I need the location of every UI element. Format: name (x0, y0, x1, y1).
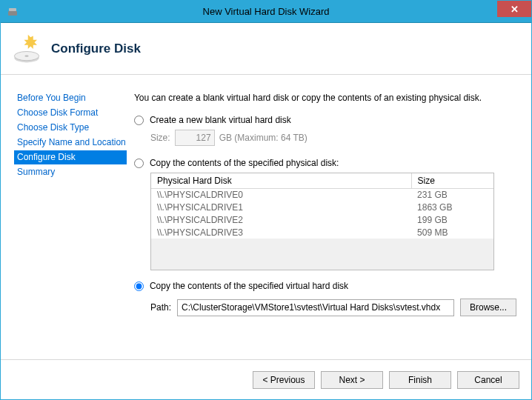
window-title: New Virtual Hard Disk Wizard (1, 6, 531, 17)
path-row: Path: Browse... (150, 299, 516, 316)
cell-size: 231 GB (411, 188, 493, 201)
disk-icon (11, 33, 42, 64)
wizard-footer: < Previous Next > Finish Cancel (1, 359, 531, 399)
sidebar-item-configure-disk[interactable]: Configure Disk (14, 150, 127, 164)
size-label: Size: (150, 133, 170, 143)
size-row: Size: GB (Maximum: 64 TB) (150, 130, 516, 146)
finish-button[interactable]: Finish (389, 371, 451, 389)
sidebar-item-choose-disk-format[interactable]: Choose Disk Format (14, 106, 127, 120)
content-description: You can create a blank virtual hard disk… (134, 93, 516, 103)
option-create-blank[interactable]: Create a new blank virtual hard disk (134, 115, 516, 125)
option-copy-physical-label: Copy the contents of the specified physi… (150, 158, 339, 168)
col-header-disk[interactable]: Physical Hard Disk (151, 173, 411, 188)
sidebar-item-summary[interactable]: Summary (14, 165, 127, 179)
option-create-blank-label: Create a new blank virtual hard disk (150, 115, 291, 125)
sidebar-item-choose-disk-type[interactable]: Choose Disk Type (14, 121, 127, 135)
size-suffix: GB (Maximum: 64 TB) (219, 133, 307, 143)
size-input (175, 130, 215, 146)
close-button[interactable]: ✕ (497, 1, 531, 17)
option-copy-physical[interactable]: Copy the contents of the specified physi… (134, 158, 516, 168)
physical-disk-table-wrap: Physical Hard Disk Size \\.\PHYSICALDRIV… (150, 173, 494, 270)
wizard-window: New Virtual Hard Disk Wizard ✕ Configure… (0, 0, 532, 400)
col-header-size[interactable]: Size (411, 173, 493, 188)
cell-disk: \\.\PHYSICALDRIVE2 (151, 213, 411, 226)
sidebar-item-specify-name-location[interactable]: Specify Name and Location (14, 136, 127, 150)
close-icon: ✕ (511, 4, 519, 15)
table-row[interactable]: \\.\PHYSICALDRIVE3 509 MB (151, 226, 493, 239)
sidebar-item-before-you-begin[interactable]: Before You Begin (14, 91, 127, 105)
radio-copy-physical[interactable] (134, 159, 144, 168)
cell-disk: \\.\PHYSICALDRIVE0 (151, 188, 411, 201)
titlebar: New Virtual Hard Disk Wizard ✕ (1, 1, 531, 23)
wizard-sidebar: Before You Begin Choose Disk Format Choo… (1, 75, 127, 359)
table-row[interactable]: \\.\PHYSICALDRIVE0 231 GB (151, 188, 493, 201)
radio-copy-virtual[interactable] (134, 281, 144, 291)
physical-disk-table[interactable]: Physical Hard Disk Size \\.\PHYSICALDRIV… (151, 173, 493, 239)
option-copy-virtual-label: Copy the contents of the specified virtu… (150, 281, 348, 291)
cell-size: 199 GB (411, 213, 493, 226)
option-copy-virtual[interactable]: Copy the contents of the specified virtu… (134, 281, 516, 291)
path-input[interactable] (177, 299, 454, 316)
previous-button[interactable]: < Previous (253, 371, 315, 389)
table-row[interactable]: \\.\PHYSICALDRIVE1 1863 GB (151, 201, 493, 213)
cell-disk: \\.\PHYSICALDRIVE3 (151, 226, 411, 239)
cell-size: 1863 GB (411, 201, 493, 213)
wizard-content: You can create a blank virtual hard disk… (127, 75, 531, 359)
radio-create-blank[interactable] (134, 116, 144, 125)
next-button[interactable]: Next > (321, 371, 383, 389)
cell-size: 509 MB (411, 226, 493, 239)
svg-point-5 (24, 55, 28, 56)
wizard-header: Configure Disk (1, 23, 531, 75)
cancel-button[interactable]: Cancel (457, 371, 519, 389)
page-title: Configure Disk (51, 41, 141, 56)
wizard-body: Before You Begin Choose Disk Format Choo… (1, 75, 531, 359)
path-label: Path: (150, 302, 171, 313)
cell-disk: \\.\PHYSICALDRIVE1 (151, 201, 411, 213)
browse-button[interactable]: Browse... (460, 299, 516, 316)
svg-marker-2 (24, 34, 38, 48)
table-row[interactable]: \\.\PHYSICALDRIVE2 199 GB (151, 213, 493, 226)
